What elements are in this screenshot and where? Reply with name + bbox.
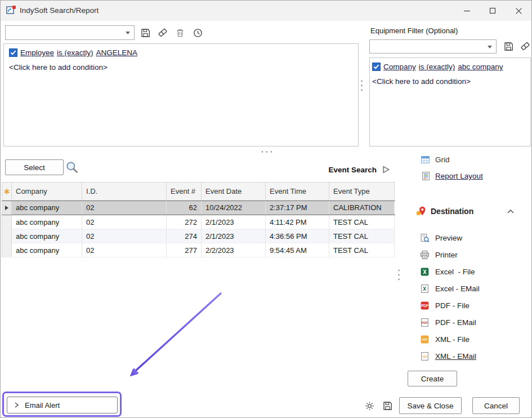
cell-id[interactable]: 02 (82, 215, 167, 229)
destination-preview[interactable]: Preview (420, 232, 480, 243)
cell-id[interactable]: 02 (82, 229, 167, 243)
table-row[interactable]: abc company 02 277 2/2/2023 9:54:45 AM T… (2, 243, 395, 257)
history-icon[interactable] (191, 26, 204, 39)
destination-label: PDF - File (435, 301, 470, 310)
cell-event-time[interactable]: 4:36:56 PM (266, 229, 329, 243)
destination-header[interactable]: Destination (415, 206, 473, 217)
clear-search-icon[interactable] (157, 26, 169, 39)
cell-company[interactable]: abc company (12, 243, 82, 257)
cell-event-date[interactable]: 2/1/2023 (202, 229, 266, 243)
destination-pdf-email[interactable]: PDF PDF - EMail (420, 317, 480, 328)
save-layout-icon[interactable] (381, 399, 394, 412)
clear-filter-icon[interactable] (519, 40, 531, 52)
svg-text:</>: </> (422, 355, 427, 358)
condition-field-link[interactable]: Company (383, 63, 416, 71)
settings-gear-icon[interactable] (363, 399, 375, 412)
cell-event-number[interactable]: 272 (167, 215, 202, 229)
delete-search-icon[interactable] (174, 26, 186, 39)
horizontal-grip-icon[interactable] (261, 150, 273, 153)
filter-asterisk-icon[interactable] (2, 183, 12, 201)
cell-event-time[interactable]: 2:37:17 PM (266, 201, 329, 215)
select-button[interactable]: Select (5, 159, 64, 175)
collapse-chevron-icon[interactable] (507, 209, 515, 214)
cell-company[interactable]: abc company (12, 201, 82, 215)
svg-text:</>: </> (422, 337, 428, 341)
table-row[interactable]: abc company 02 274 2/1/2023 4:36:56 PM T… (2, 229, 395, 243)
pdf-email-icon: PDF (420, 318, 430, 327)
title-bar: IndySoft Search/Report (1, 1, 531, 21)
save-filter-icon[interactable] (502, 40, 515, 52)
table-row[interactable]: abc company 02 62 10/24/2022 2:37:17 PM … (2, 201, 395, 215)
equipment-conditions-panel: Company is (exactly) abc company <Click … (369, 57, 531, 146)
cell-event-time[interactable]: 4:11:42 PM (266, 215, 329, 229)
email-alert-expander[interactable]: Email Alert (7, 397, 118, 413)
column-header-event-date[interactable]: Event Date (202, 183, 266, 201)
cell-event-type[interactable]: TEST CAL (329, 243, 395, 257)
printer-icon (420, 250, 430, 260)
column-header-event-number[interactable]: Event # (167, 183, 202, 201)
condition-operator-link[interactable]: is (exactly) (57, 48, 93, 57)
search-icon[interactable] (65, 160, 79, 175)
close-button[interactable] (506, 1, 531, 21)
create-button-label: Create (421, 375, 444, 383)
create-button[interactable]: Create (408, 371, 457, 386)
cancel-button[interactable]: Cancel (472, 397, 520, 414)
column-header-company[interactable]: Company (12, 183, 82, 201)
cell-event-date[interactable]: 2/1/2023 (202, 215, 266, 229)
email-alert-highlight: Email Alert (2, 392, 122, 417)
cell-event-type[interactable]: TEST CAL (329, 215, 395, 229)
add-condition-link[interactable]: <Click here to add condition> (372, 77, 471, 86)
minimize-button[interactable] (454, 1, 480, 21)
add-condition-link[interactable]: <Click here to add condition> (9, 63, 108, 72)
destination-xml-email[interactable]: </> XML - EMail (420, 350, 480, 362)
destination-label: Printer (435, 251, 458, 259)
column-header-event-time[interactable]: Event Time (266, 183, 329, 201)
event-condition-row: Employee is (exactly) ANGELENA (9, 48, 137, 57)
cell-id[interactable]: 02 (82, 201, 167, 215)
destination-pdf-file[interactable]: PDF PDF - File (420, 300, 480, 311)
play-icon[interactable] (382, 165, 391, 174)
cancel-label: Cancel (484, 402, 508, 410)
vertical-grip-icon[interactable] (397, 269, 400, 281)
cell-company[interactable]: abc company (12, 229, 82, 243)
equipment-condition-row: Company is (exactly) abc company (372, 63, 503, 71)
saved-search-combo[interactable] (5, 25, 135, 40)
equipment-filter-value (372, 42, 486, 51)
vertical-grip-icon[interactable] (360, 79, 363, 92)
cell-event-date[interactable]: 10/24/2022 (202, 201, 266, 215)
destination-xml-file[interactable]: </> XML - File (420, 333, 480, 345)
report-layout-icon (422, 171, 430, 181)
table-row[interactable]: abc company 02 272 2/1/2023 4:11:42 PM T… (2, 215, 395, 229)
condition-operator-link[interactable]: is (exactly) (419, 63, 455, 71)
event-conditions-panel: Employee is (exactly) ANGELENA <Click he… (3, 43, 359, 146)
column-header-event-type[interactable]: Event Type (329, 183, 395, 201)
destination-excel-email[interactable]: Excel - EMail (420, 283, 480, 294)
equipment-filter-combo[interactable] (369, 39, 497, 54)
condition-value-link[interactable]: ANGELENA (96, 48, 138, 57)
event-search-label: Event Search (328, 166, 377, 174)
column-header-id[interactable]: I.D. (82, 183, 167, 201)
save-search-icon[interactable] (139, 26, 151, 39)
cell-event-type[interactable]: TEST CAL (329, 229, 395, 243)
cell-company[interactable]: abc company (12, 215, 82, 229)
company-condition-checkbox[interactable] (372, 63, 381, 71)
svg-text:PDF: PDF (421, 304, 428, 308)
cell-event-number[interactable]: 62 (167, 201, 202, 215)
sidebar-item-grid[interactable]: Grid (421, 155, 450, 164)
sidebar-item-report-layout[interactable]: Report Layout (422, 171, 483, 181)
save-close-button[interactable]: Save & Close (399, 397, 462, 414)
cell-event-number[interactable]: 274 (167, 229, 202, 243)
destination-printer[interactable]: Printer (420, 249, 480, 260)
cell-event-time[interactable]: 9:54:45 AM (266, 243, 329, 257)
employee-condition-checkbox[interactable] (9, 48, 17, 57)
cell-event-date[interactable]: 2/2/2023 (202, 243, 266, 257)
maximize-button[interactable] (480, 1, 506, 21)
chevron-down-icon (126, 32, 130, 34)
condition-field-link[interactable]: Employee (20, 48, 54, 57)
cell-event-number[interactable]: 277 (167, 243, 202, 257)
condition-value-link[interactable]: abc company (458, 63, 503, 71)
cell-event-type[interactable]: CALIBRATION (329, 201, 395, 215)
cell-id[interactable]: 02 (82, 243, 167, 257)
destination-excel-file[interactable]: Excel - File (420, 266, 480, 277)
equipment-filter-label: Equipment Filter (Optional) (370, 26, 458, 35)
